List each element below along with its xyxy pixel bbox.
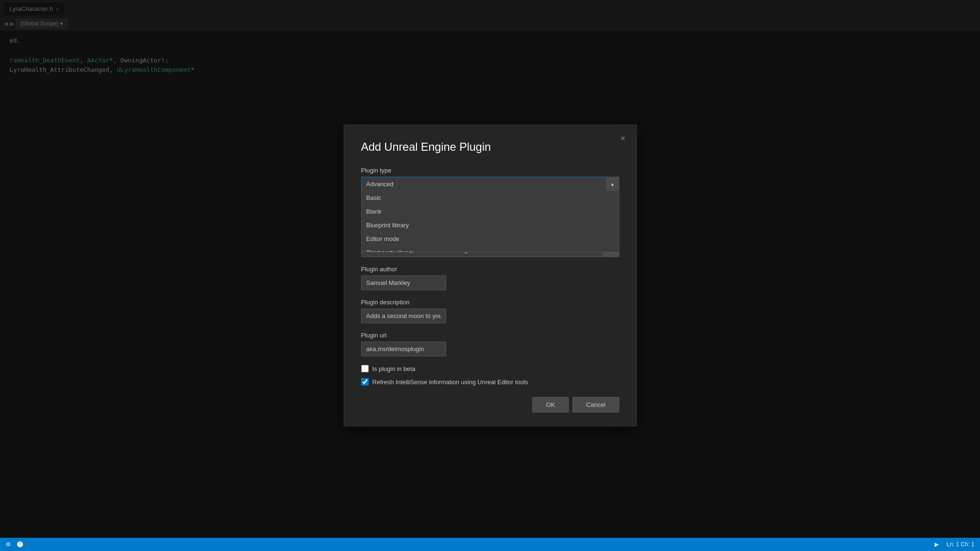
dropdown-item-blueprint[interactable]: Blueprint library (362, 218, 619, 232)
plugin-description-label: Plugin description (361, 299, 619, 306)
dropdown-item-thirdparty[interactable]: Third party library (362, 246, 619, 252)
dialog-close-button[interactable]: × (616, 132, 630, 145)
plugin-url-label: Plugin url (361, 332, 619, 339)
refresh-intellisense-checkbox[interactable] (361, 378, 369, 386)
dialog-title: Add Unreal Engine Plugin (361, 140, 619, 154)
plugin-url-input[interactable] (361, 342, 446, 356)
is-beta-label[interactable]: Is plugin in beta (373, 365, 416, 372)
is-beta-group: Is plugin in beta (361, 365, 619, 372)
plugin-url-field: Plugin url (361, 332, 619, 356)
dropdown-list[interactable]: Basic Blank Blueprint library Editor mod… (361, 191, 619, 252)
plugin-type-field: Plugin type Advanced ▲ Basic Blank Bluep… (361, 167, 619, 191)
status-bar: ⚙ 🕐 ▶ Ln: 1 Ch: 1 (0, 538, 980, 551)
status-right: ▶ Ln: 1 Ch: 1 (935, 541, 974, 548)
plugin-author-field: Plugin author (361, 266, 619, 290)
dropdown-item-editor[interactable]: Editor mode (362, 232, 619, 246)
ln-col-label: Ln: 1 Ch: 1 (946, 541, 974, 548)
refresh-intellisense-label[interactable]: Refresh IntelliSense information using U… (373, 379, 529, 386)
dropdown-arrow-icon[interactable]: ▲ (606, 177, 619, 191)
plugin-author-label: Plugin author (361, 266, 619, 273)
ok-button[interactable]: OK (532, 397, 569, 413)
dialog-footer: OK Cancel (361, 397, 619, 413)
status-icons: ⚙ 🕐 (6, 541, 24, 548)
plugin-description-input[interactable] (361, 309, 446, 323)
refresh-intellisense-group: Refresh IntelliSense information using U… (361, 378, 619, 386)
arrow-icon: ▶ (935, 541, 939, 548)
plugin-description-field: Plugin description (361, 299, 619, 323)
gear-icon: ⚙ (6, 541, 11, 548)
cancel-button[interactable]: Cancel (572, 397, 619, 413)
plugin-author-input[interactable] (361, 276, 446, 290)
dropdown-selected-value[interactable]: Advanced (361, 177, 619, 191)
plugin-type-dropdown[interactable]: Advanced ▲ Basic Blank Blueprint library… (361, 177, 619, 191)
clock-icon: 🕐 (17, 541, 24, 548)
plugin-dialog: × Add Unreal Engine Plugin Plugin type A… (344, 125, 637, 426)
plugin-type-label: Plugin type (361, 167, 619, 174)
dropdown-item-basic[interactable]: Basic (362, 191, 619, 205)
dropdown-item-blank[interactable]: Blank (362, 205, 619, 218)
is-beta-checkbox[interactable] (361, 365, 369, 372)
